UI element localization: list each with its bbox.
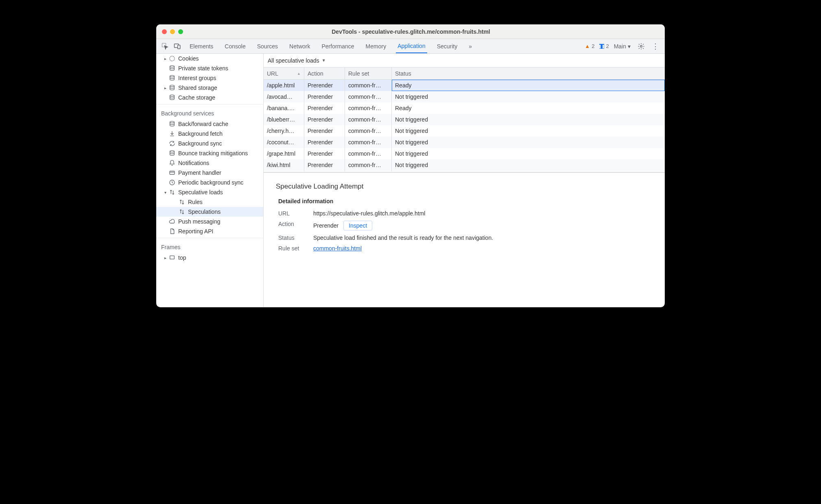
cell-ruleset: common-fr…	[345, 114, 392, 125]
tab-performance[interactable]: Performance	[320, 39, 356, 53]
tab-application[interactable]: Application	[396, 39, 427, 53]
sidebar-item-speculations[interactable]: Speculations	[156, 207, 263, 217]
table-row[interactable]: /apple.html Prerender common-fr… Ready	[264, 80, 665, 91]
db-icon	[168, 65, 176, 72]
cell-action: Prerender	[304, 125, 345, 137]
sidebar-item-background-fetch[interactable]: Background fetch	[156, 129, 263, 139]
device-toggle-icon[interactable]	[172, 41, 183, 52]
table-row[interactable]: /banana.… Prerender common-fr… Ready	[264, 102, 665, 114]
col-status[interactable]: Status	[392, 67, 665, 80]
sidebar-item-back-forward-cache[interactable]: Back/forward cache	[156, 119, 263, 129]
cell-url: /apple.html	[264, 80, 304, 91]
table-row[interactable]: /grape.html Prerender common-fr… Not tri…	[264, 148, 665, 159]
cell-url: /banana.…	[264, 102, 304, 114]
table-row[interactable]: /lemon.h… Prerender common-fr… Not trigg…	[264, 171, 665, 172]
col-ruleset[interactable]: Rule set	[345, 67, 392, 80]
tabs-overflow[interactable]: »	[467, 39, 474, 53]
sidebar-item-rules[interactable]: Rules	[156, 197, 263, 207]
speculations-table: URL▲ Action Rule set Status /apple.html …	[264, 67, 665, 172]
tab-memory[interactable]: Memory	[364, 39, 388, 53]
cell-action: Prerender	[304, 102, 345, 114]
label-ruleset: Rule set	[278, 245, 307, 252]
cell-ruleset: common-fr…	[345, 137, 392, 148]
tab-sources[interactable]: Sources	[255, 39, 279, 53]
sidebar-item-private-state-tokens[interactable]: Private state tokens	[156, 63, 263, 73]
cell-url: /grape.html	[264, 148, 304, 159]
swap-icon	[178, 208, 186, 215]
details-heading: Speculative Loading Attempt	[276, 182, 653, 191]
sidebar-item-bounce-tracking-mitigations[interactable]: Bounce tracking mitigations	[156, 148, 263, 158]
col-action[interactable]: Action	[304, 67, 345, 80]
target-context-dropdown[interactable]: Main ▾	[614, 43, 631, 50]
sidebar-item-push-messaging[interactable]: Push messaging	[156, 217, 263, 226]
label-action: Action	[278, 221, 307, 230]
cell-url: /cherry.h…	[264, 125, 304, 137]
sidebar-item-top[interactable]: ▸top	[156, 253, 263, 263]
cell-action: Prerender	[304, 159, 345, 171]
db-icon	[168, 84, 176, 91]
svg-point-10	[170, 150, 175, 152]
clock-icon	[168, 179, 176, 186]
cell-status: Not triggered	[392, 91, 665, 102]
sidebar-item-cookies[interactable]: ▸Cookies	[156, 54, 263, 63]
svg-rect-2	[178, 45, 180, 49]
chevron-down-icon: ▾	[628, 43, 631, 50]
speculative-loads-panel: All speculative loads ▼ URL▲ Action Rule…	[264, 54, 665, 307]
sidebar-item-notifications[interactable]: Notifications	[156, 158, 263, 168]
svg-point-7	[170, 85, 175, 87]
speculations-filter-dropdown[interactable]: All speculative loads ▼	[264, 54, 665, 67]
sidebar-item-shared-storage[interactable]: ▸Shared storage	[156, 83, 263, 93]
table-row[interactable]: /coconut… Prerender common-fr… Not trigg…	[264, 137, 665, 148]
label-status: Status	[278, 235, 307, 241]
cell-status: Ready	[392, 80, 665, 91]
cell-ruleset: common-fr…	[345, 102, 392, 114]
inspect-button[interactable]: Inspect	[343, 221, 372, 230]
col-url[interactable]: URL▲	[264, 67, 304, 80]
details-subheading: Detailed information	[278, 198, 653, 204]
sidebar-background-group: Back/forward cacheBackground fetchBackgr…	[156, 119, 263, 236]
cell-ruleset: common-fr…	[345, 80, 392, 91]
issues-badge[interactable]: ❚❚ 2	[599, 43, 609, 49]
svg-rect-13	[170, 256, 175, 259]
application-sidebar: ▸CookiesPrivate state tokensInterest gro…	[156, 54, 264, 307]
titlebar: DevTools - speculative-rules.glitch.me/c…	[156, 24, 665, 39]
panel-tabs: Elements Console Sources Network Perform…	[188, 39, 584, 53]
tab-console[interactable]: Console	[223, 39, 247, 53]
issue-icon: ❚❚	[599, 44, 604, 49]
window-minimize-button[interactable]	[170, 29, 175, 34]
cell-url: /blueberr…	[264, 114, 304, 125]
db-icon	[168, 120, 176, 128]
table-row[interactable]: /kiwi.html Prerender common-fr… Not trig…	[264, 159, 665, 171]
value-status: Speculative load finished and the result…	[313, 235, 653, 241]
table-row[interactable]: /avocad… Prerender common-fr… Not trigge…	[264, 91, 665, 102]
ruleset-link[interactable]: common-fruits.html	[313, 245, 362, 252]
sidebar-item-interest-groups[interactable]: Interest groups	[156, 73, 263, 83]
inspect-element-icon[interactable]	[159, 41, 171, 52]
table-row[interactable]: /blueberr… Prerender common-fr… Not trig…	[264, 114, 665, 125]
sidebar-item-speculative-loads[interactable]: ▾Speculative loads	[156, 187, 263, 197]
table-row[interactable]: /cherry.h… Prerender common-fr… Not trig…	[264, 125, 665, 137]
sidebar-item-reporting-api[interactable]: Reporting API	[156, 226, 263, 236]
cell-action: Prerender	[304, 171, 345, 172]
tab-elements[interactable]: Elements	[188, 39, 215, 53]
window-zoom-button[interactable]	[178, 29, 183, 34]
sidebar-section-frames: Frames	[156, 240, 263, 253]
sidebar-item-cache-storage[interactable]: Cache storage	[156, 93, 263, 102]
cell-ruleset: common-fr…	[345, 171, 392, 172]
card-icon	[168, 169, 176, 176]
sidebar-item-periodic-background-sync[interactable]: Periodic background sync	[156, 178, 263, 187]
sidebar-item-payment-handler[interactable]: Payment handler	[156, 168, 263, 178]
window-title: DevTools - speculative-rules.glitch.me/c…	[183, 28, 639, 35]
swap-icon	[178, 198, 186, 206]
warnings-badge[interactable]: ▲ 2	[585, 43, 594, 49]
tab-network[interactable]: Network	[288, 39, 312, 53]
cell-status: Not triggered	[392, 159, 665, 171]
more-menu-button[interactable]: ⋮	[652, 42, 659, 51]
tab-security[interactable]: Security	[435, 39, 459, 53]
label-url: URL	[278, 210, 307, 217]
sidebar-item-background-sync[interactable]: Background sync	[156, 139, 263, 148]
window-close-button[interactable]	[162, 29, 167, 34]
settings-button[interactable]	[635, 41, 647, 52]
svg-point-8	[170, 95, 175, 96]
db-icon	[168, 94, 176, 101]
